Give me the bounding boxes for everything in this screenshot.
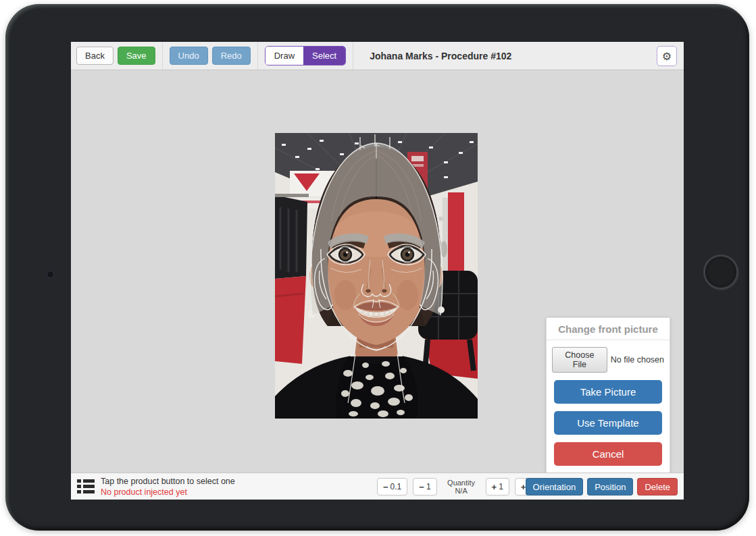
undo-button[interactable]: Undo: [170, 47, 208, 65]
toolbar: Back Save Undo Redo Draw Select Johana M…: [71, 42, 684, 70]
quantity-label: Quantity: [443, 479, 480, 487]
save-button[interactable]: Save: [118, 47, 155, 65]
step-value: 0.1: [390, 482, 402, 491]
delete-button[interactable]: Delete: [637, 478, 678, 495]
gear-icon: ⚙: [662, 50, 672, 63]
procedure-canvas[interactable]: Change front picture Choose File No file…: [71, 70, 684, 473]
file-status-text: No file chosen: [611, 355, 664, 365]
toolbar-divider: [353, 42, 353, 70]
product-bar: Tap the product button to select one No …: [71, 473, 684, 500]
product-status: No product injected yet: [101, 487, 235, 498]
decrease-0.1-button[interactable]: − 0.1: [377, 478, 407, 495]
step-value: 1: [426, 482, 431, 491]
product-instruction: Tap the product button to select one: [101, 476, 235, 487]
change-front-picture-panel: Change front picture Choose File No file…: [546, 317, 670, 474]
patient-front-photo[interactable]: [275, 133, 478, 419]
increase-1-button[interactable]: + 1: [486, 478, 509, 495]
step-value: 1: [499, 482, 503, 491]
choose-file-button[interactable]: Choose File: [552, 347, 607, 373]
quantity-display: Quantity N/A: [443, 479, 480, 495]
toolbar-divider: [162, 42, 163, 70]
position-button[interactable]: Position: [587, 478, 633, 495]
panel-title: Change front picture: [547, 318, 670, 340]
home-button[interactable]: [703, 254, 738, 290]
cancel-button[interactable]: Cancel: [554, 442, 662, 466]
take-picture-button[interactable]: Take Picture: [554, 380, 662, 404]
draw-select-toggle: Draw Select: [265, 46, 346, 65]
product-selector[interactable]: Tap the product button to select one No …: [77, 473, 235, 500]
settings-button[interactable]: ⚙: [657, 46, 677, 66]
back-button[interactable]: Back: [76, 47, 114, 65]
quantity-controls: − 0.1 − 1 Quantity N/A + 1 + 0.1: [377, 478, 545, 495]
orientation-button[interactable]: Orientation: [526, 478, 584, 495]
patient-photo-illustration: [275, 133, 478, 419]
minus-icon: −: [419, 482, 424, 492]
app-screen: Back Save Undo Redo Draw Select Johana M…: [71, 42, 684, 500]
toolbar-divider: [257, 42, 258, 70]
draw-mode-button[interactable]: Draw: [266, 47, 303, 65]
plus-icon: +: [492, 482, 497, 492]
front-camera: [46, 270, 55, 279]
redo-button[interactable]: Redo: [212, 47, 251, 65]
quantity-value: N/A: [443, 487, 480, 495]
select-mode-button[interactable]: Select: [303, 47, 345, 65]
page-title: Johana Marks - Procedure #102: [370, 51, 511, 61]
use-template-button[interactable]: Use Template: [554, 411, 662, 435]
minus-icon: −: [383, 482, 388, 492]
injection-actions: Orientation Position Delete: [526, 478, 678, 495]
product-list-icon: [77, 479, 95, 493]
file-input-row: Choose File No file chosen: [547, 340, 670, 373]
decrease-1-button[interactable]: − 1: [413, 478, 436, 495]
product-messages: Tap the product button to select one No …: [101, 476, 235, 498]
